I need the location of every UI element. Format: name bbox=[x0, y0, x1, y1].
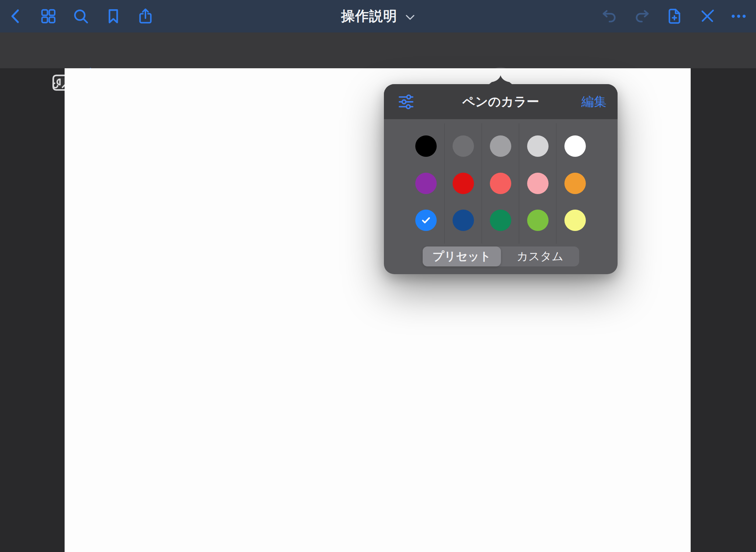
app-window: 操作説明 bbox=[0, 0, 756, 552]
grid-icon[interactable] bbox=[39, 7, 57, 25]
swatch-coral[interactable] bbox=[490, 173, 511, 194]
document-title[interactable]: 操作説明 bbox=[341, 7, 415, 25]
swatch-dark-gray[interactable] bbox=[453, 135, 474, 157]
back-icon[interactable] bbox=[7, 7, 25, 25]
swatch-green[interactable] bbox=[490, 210, 511, 231]
page-title: 操作説明 bbox=[341, 7, 397, 25]
segment-custom[interactable]: カスタム bbox=[501, 246, 579, 266]
preset-custom-segmented-control: プリセット カスタム bbox=[423, 246, 579, 266]
chevron-down-icon bbox=[405, 14, 415, 21]
drawing-toolbar bbox=[0, 32, 756, 68]
more-icon[interactable] bbox=[730, 7, 748, 25]
swatch-yellow[interactable] bbox=[564, 210, 586, 231]
popover-header: ペンのカラー 編集 bbox=[384, 84, 618, 119]
search-icon[interactable] bbox=[72, 7, 90, 25]
bookmark-icon[interactable] bbox=[104, 7, 122, 25]
popover-arrow bbox=[489, 75, 512, 84]
swatch-gray[interactable] bbox=[490, 135, 511, 157]
swatch-red[interactable] bbox=[453, 173, 474, 194]
redo-icon[interactable] bbox=[633, 7, 650, 25]
swatch-black[interactable] bbox=[415, 135, 437, 157]
pen-settings-sliders-icon[interactable] bbox=[397, 93, 415, 111]
swatch-purple[interactable] bbox=[415, 173, 437, 194]
top-navigation-bar: 操作説明 bbox=[0, 0, 756, 32]
checkmark-icon bbox=[420, 215, 432, 225]
swatch-navy[interactable] bbox=[453, 210, 474, 231]
swatch-light-green[interactable] bbox=[527, 210, 549, 231]
swatch-pink[interactable] bbox=[527, 173, 549, 194]
undo-icon[interactable] bbox=[601, 7, 619, 25]
share-icon[interactable] bbox=[137, 7, 154, 25]
swatch-white[interactable] bbox=[564, 135, 586, 157]
segment-preset[interactable]: プリセット bbox=[423, 246, 501, 266]
edit-button[interactable]: 編集 bbox=[581, 93, 606, 110]
popover-title: ペンのカラー bbox=[463, 93, 539, 110]
swatch-orange[interactable] bbox=[564, 173, 586, 194]
add-page-icon[interactable] bbox=[666, 7, 683, 25]
color-palette-grid bbox=[407, 128, 594, 239]
pen-color-popover: ペンのカラー 編集 プリセッ bbox=[384, 84, 618, 274]
pen-toggle-icon[interactable] bbox=[698, 7, 716, 25]
swatch-light-gray[interactable] bbox=[527, 135, 549, 157]
swatch-blue-selected[interactable] bbox=[415, 210, 437, 231]
